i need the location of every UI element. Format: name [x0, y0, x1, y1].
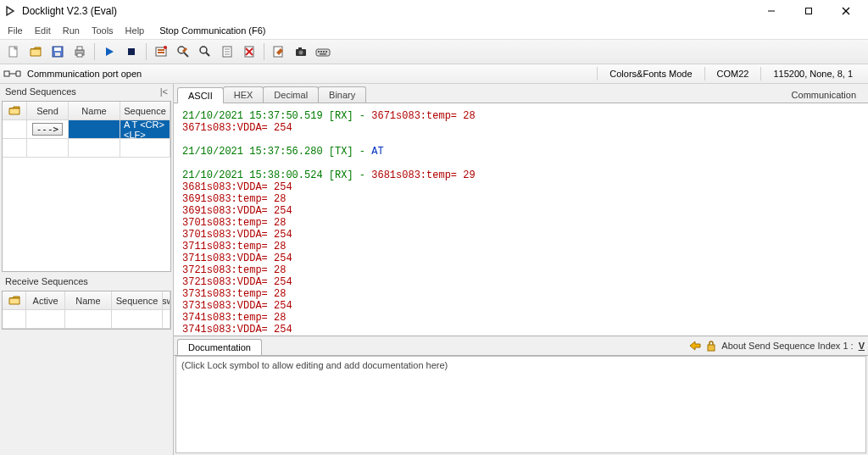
- svg-rect-30: [298, 47, 302, 49]
- receive-sequences-title: Receive Sequences: [5, 276, 168, 286]
- com-port[interactable]: COM22: [704, 67, 761, 80]
- send-sequences-grid[interactable]: Send Name Sequence ---> A T <CR> <LF>: [2, 101, 171, 272]
- col-send[interactable]: Send: [27, 102, 69, 120]
- col-sequence[interactable]: Sequence: [120, 102, 170, 120]
- port-status-icon: [3, 68, 22, 80]
- menu-run[interactable]: Run: [57, 24, 86, 37]
- col-name[interactable]: Name: [65, 291, 112, 310]
- col-active[interactable]: Active: [26, 291, 65, 310]
- lock-icon[interactable]: [706, 340, 716, 352]
- svg-rect-10: [77, 53, 82, 57]
- send-sequence-empty-row[interactable]: [3, 139, 170, 158]
- receive-sequence-empty-row[interactable]: [3, 310, 170, 329]
- clear-doc-button[interactable]: [239, 42, 259, 62]
- comm-tabbar: ASCII HEX Decimal Binary Communication: [174, 84, 868, 103]
- menu-edit[interactable]: Edit: [29, 24, 57, 37]
- receive-sequences-grid[interactable]: Active Name Sequence Answer: [2, 291, 171, 330]
- documentation-body[interactable]: (Click Lock symbol to allow editing and …: [175, 356, 866, 453]
- colors-fonts-mode[interactable]: Colors&Fonts Mode: [597, 67, 704, 80]
- svg-rect-14: [158, 52, 164, 53]
- pin-icon[interactable]: |<: [160, 86, 168, 97]
- receive-sequences-header: Receive Sequences: [0, 274, 173, 289]
- port-status-text: Commmunication port open: [27, 69, 142, 79]
- menubar: File Edit Run Tools Help Stop Communicat…: [0, 22, 868, 39]
- status-bar: Commmunication port open Colors&Fonts Mo…: [0, 64, 868, 84]
- right-pane: ASCII HEX Decimal Binary Communication 2…: [174, 84, 868, 455]
- close-button[interactable]: [827, 0, 865, 22]
- titlebar: Docklight V2.3 (Eval): [0, 0, 868, 22]
- svg-rect-35: [326, 51, 327, 53]
- maximize-button[interactable]: [790, 0, 827, 22]
- notebook-button[interactable]: [217, 42, 237, 62]
- left-pane: Send Sequences |< Send Name Sequence ---…: [0, 84, 174, 455]
- svg-rect-9: [77, 47, 82, 50]
- tab-binary[interactable]: Binary: [318, 86, 366, 103]
- menu-file[interactable]: File: [2, 24, 29, 37]
- col-answer[interactable]: Answer: [163, 291, 170, 310]
- documentation-area: Documentation About Send Sequence Index …: [174, 336, 868, 455]
- svg-rect-13: [158, 49, 164, 51]
- menu-help[interactable]: Help: [120, 24, 151, 37]
- svg-rect-36: [320, 53, 326, 55]
- tab-documentation[interactable]: Documentation: [177, 339, 262, 355]
- send-row-sequence[interactable]: A T <CR> <LF>: [120, 120, 170, 139]
- save-button[interactable]: [47, 42, 68, 62]
- svg-rect-7: [55, 53, 60, 56]
- open-button[interactable]: [25, 42, 46, 62]
- svg-rect-1: [806, 8, 812, 14]
- svg-line-17: [184, 53, 188, 57]
- svg-rect-6: [54, 47, 61, 51]
- camera-button[interactable]: [291, 42, 311, 62]
- menu-tools[interactable]: Tools: [86, 24, 120, 37]
- window-title: Docklight V2.3 (Eval): [22, 5, 753, 17]
- svg-rect-33: [320, 51, 322, 53]
- send-row-name[interactable]: [69, 120, 120, 139]
- menu-stop-communication[interactable]: Stop Communication (F6): [153, 24, 271, 37]
- svg-point-15: [164, 46, 167, 49]
- svg-rect-37: [4, 71, 9, 76]
- svg-rect-39: [708, 345, 715, 351]
- send-sequence-row[interactable]: ---> A T <CR> <LF>: [3, 120, 170, 139]
- toolbar-separator: [146, 43, 147, 60]
- find-button[interactable]: [195, 42, 215, 62]
- app-icon: [3, 4, 17, 18]
- svg-line-19: [206, 53, 209, 56]
- toolbar-separator: [94, 43, 95, 60]
- about-sequence-text: About Send Sequence Index 1 :: [721, 341, 853, 351]
- col-name[interactable]: Name: [69, 102, 120, 120]
- svg-point-29: [299, 51, 303, 55]
- options-button[interactable]: [173, 42, 193, 62]
- stop-button[interactable]: [121, 42, 142, 62]
- svg-rect-34: [323, 51, 325, 53]
- snapshot-button[interactable]: [151, 42, 171, 62]
- tab-decimal[interactable]: Decimal: [263, 86, 319, 103]
- svg-point-18: [200, 47, 207, 53]
- svg-rect-11: [128, 48, 135, 55]
- toolbar-separator: [264, 43, 264, 60]
- send-arrow-button[interactable]: --->: [27, 120, 69, 139]
- col-sequence[interactable]: Sequence: [112, 291, 163, 310]
- minimize-button[interactable]: [753, 0, 790, 22]
- send-sequences-title: Send Sequences: [5, 86, 160, 97]
- back-arrow-icon[interactable]: [689, 341, 701, 351]
- new-file-button[interactable]: [3, 42, 24, 62]
- tab-ascii[interactable]: ASCII: [177, 87, 224, 103]
- svg-rect-32: [318, 51, 320, 53]
- print-button[interactable]: [70, 42, 90, 62]
- edit-notes-button[interactable]: [269, 42, 289, 62]
- terminal-output[interactable]: 21/10/2021 15:37:50.519 [RX] - 3671s083:…: [174, 103, 868, 336]
- port-params[interactable]: 115200, None, 8, 1: [760, 67, 865, 80]
- play-button[interactable]: [99, 42, 120, 62]
- communication-label: Communication: [783, 87, 865, 103]
- col-folder[interactable]: [3, 291, 26, 310]
- send-sequences-header: Send Sequences |<: [0, 84, 173, 99]
- tab-hex[interactable]: HEX: [223, 86, 264, 103]
- col-folder[interactable]: [3, 102, 27, 120]
- keyboard-button[interactable]: [313, 42, 333, 62]
- about-sequence-link[interactable]: V: [859, 341, 865, 351]
- toolbar: [0, 39, 868, 64]
